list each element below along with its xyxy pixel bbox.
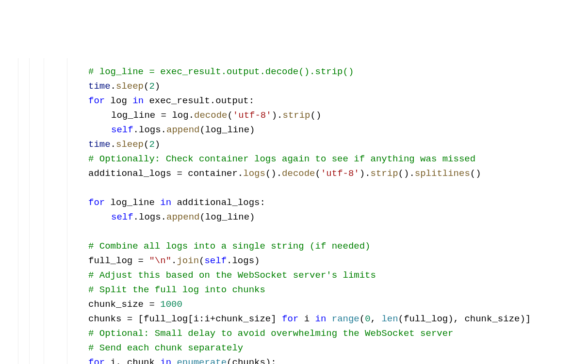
code-line[interactable]: time.sleep(2) <box>0 79 531 94</box>
code-line[interactable]: for log_line in additional_logs: <box>0 195 531 210</box>
code-line[interactable]: full_log = "\n".join(self.logs) <box>0 253 531 268</box>
code-editor[interactable]: # log_line = exec_result.output.decode()… <box>0 58 588 364</box>
token-func: join <box>177 255 199 266</box>
token-default: () <box>470 168 481 179</box>
code-line[interactable]: # Split the full log into chunks <box>0 283 531 297</box>
code-line[interactable]: for log in exec_result.output: <box>0 94 531 108</box>
token-builtin: len <box>381 314 398 324</box>
token-self: self <box>111 212 133 222</box>
token-default: ( <box>227 110 232 121</box>
token-keyword: for <box>88 197 105 208</box>
token-func: decode <box>282 168 315 179</box>
token-default: ( <box>359 314 365 324</box>
token-func: append <box>166 212 199 222</box>
token-default: ( <box>315 168 321 179</box>
token-default <box>171 357 177 364</box>
token-default: (chunks): <box>227 357 277 364</box>
token-default: full_log = <box>88 255 149 266</box>
token-keyword: in <box>160 357 171 364</box>
code-line[interactable]: time.sleep(2) <box>0 137 531 152</box>
code-line[interactable]: self.logs.append(log_line) <box>0 123 531 137</box>
token-default: , <box>371 314 382 324</box>
token-comment: # Split the full log into chunks <box>88 285 265 295</box>
token-default: log_line = log. <box>111 110 194 121</box>
code-line[interactable]: for i, chunk in enumerate(chunks): <box>0 355 531 364</box>
code-line[interactable]: # Adjust this based on the WebSocket ser… <box>0 268 531 283</box>
token-self: self <box>204 255 227 266</box>
token-builtin: enumerate <box>177 357 227 364</box>
token-keyword: in <box>315 314 327 324</box>
token-comment: # Combine all logs into a single string … <box>88 241 371 252</box>
token-func: strip <box>283 110 310 121</box>
token-number: 2 <box>149 139 154 150</box>
token-default: . <box>111 139 116 150</box>
code-line[interactable]: log_line = log.decode('utf-8').strip() <box>0 108 531 123</box>
code-line[interactable]: chunk_size = 1000 <box>0 297 531 312</box>
token-func: decode <box>194 110 227 121</box>
token-default: i, chunk <box>105 357 160 364</box>
token-default: exec_result.output: <box>144 95 254 106</box>
token-default: i <box>298 314 315 324</box>
code-line[interactable]: self.logs.append(log_line) <box>0 210 531 224</box>
code-line[interactable] <box>0 181 531 195</box>
token-default: (log_line) <box>199 212 255 222</box>
token-default: . <box>171 255 177 266</box>
token-string: 'utf-8' <box>233 110 272 121</box>
token-func: sleep <box>116 139 144 150</box>
token-func: sleep <box>116 81 144 92</box>
token-obj: time <box>88 139 111 150</box>
token-builtin: range <box>332 314 359 324</box>
token-default: ). <box>359 168 371 179</box>
token-default: (full_log), chunk_size)] <box>398 314 531 324</box>
code-line[interactable]: # Optional: Small delay to avoid overwhe… <box>0 326 531 341</box>
token-default: chunk_size = <box>88 299 160 310</box>
token-default: (). <box>265 168 282 179</box>
token-default: .logs) <box>227 255 260 266</box>
token-obj: time <box>88 81 111 92</box>
code-line[interactable]: # Combine all logs into a single string … <box>0 239 531 253</box>
token-default: (log_line) <box>199 125 255 135</box>
token-default: ( <box>144 139 149 150</box>
token-keyword: in <box>132 95 144 106</box>
token-default: ). <box>272 110 283 121</box>
token-string: 'utf-8' <box>321 168 359 179</box>
code-content[interactable]: # log_line = exec_result.output.decode()… <box>0 64 531 364</box>
token-func: append <box>166 125 199 135</box>
token-default: ( <box>144 81 149 92</box>
code-line[interactable]: chunks = [full_log[i:i+chunk_size] for i… <box>0 312 531 326</box>
token-keyword: for <box>282 314 298 324</box>
token-func: strip <box>371 168 398 179</box>
token-func: splitlines <box>415 168 470 179</box>
token-default: . <box>111 81 116 92</box>
token-number: 1000 <box>160 299 182 310</box>
code-line[interactable]: # Send each chunk separately <box>0 341 531 355</box>
token-number: 2 <box>149 81 154 92</box>
token-default <box>326 314 331 324</box>
token-default: .logs. <box>133 212 166 222</box>
token-keyword: in <box>160 197 171 208</box>
token-comment: # Optional: Small delay to avoid overwhe… <box>88 328 454 339</box>
code-line[interactable]: # Optionally: Check container logs again… <box>0 152 531 166</box>
token-default: additional_logs = container. <box>88 168 243 179</box>
token-default: log <box>105 95 132 106</box>
token-default: ) <box>155 81 160 92</box>
code-line[interactable] <box>0 224 531 239</box>
token-default: (). <box>398 168 415 179</box>
token-func: logs <box>243 168 265 179</box>
code-line[interactable]: additional_logs = container.logs().decod… <box>0 166 531 181</box>
token-comment: # Adjust this based on the WebSocket ser… <box>88 270 376 281</box>
token-keyword: for <box>88 357 105 364</box>
token-default: .logs. <box>133 125 166 135</box>
token-default: additional_logs: <box>171 197 265 208</box>
token-default: ) <box>155 139 160 150</box>
token-self: self <box>111 125 133 135</box>
token-default: log_line <box>105 197 160 208</box>
token-number: 0 <box>365 314 370 324</box>
token-default: chunks = [full_log[i:i+chunk_size] <box>88 314 282 324</box>
token-string: "\n" <box>149 255 171 266</box>
code-line[interactable]: # log_line = exec_result.output.decode()… <box>0 64 531 79</box>
token-comment: # log_line = exec_result.output.decode()… <box>88 66 354 77</box>
token-comment: # Optionally: Check container logs again… <box>88 154 475 164</box>
token-keyword: for <box>88 95 105 106</box>
token-default: ( <box>199 255 204 266</box>
